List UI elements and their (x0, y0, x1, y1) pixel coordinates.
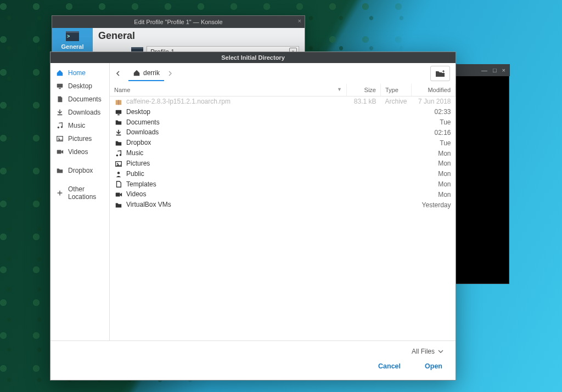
column-header-modified[interactable]: Modified (412, 84, 456, 96)
file-type (380, 138, 411, 148)
terminal-titlebar[interactable]: — □ × (455, 64, 510, 76)
file-size: 83.1 kB (346, 96, 380, 107)
edit-profile-content: General × (93, 28, 305, 53)
file-modified: Mon (412, 158, 456, 169)
edit-profile-title: Edit Profile "Profile 1" — Konsole (134, 19, 222, 25)
download-icon (115, 129, 122, 137)
new-folder-button[interactable] (430, 66, 450, 81)
file-name: Music (126, 149, 143, 157)
file-name: Documents (126, 118, 160, 126)
sidebar-item-label: Videos (68, 148, 88, 156)
column-header-name[interactable]: Name▼ (110, 84, 346, 96)
edit-profile-window: Edit Profile "Profile 1" — Konsole × Gen… (52, 15, 305, 54)
nav-back-button[interactable] (115, 71, 125, 76)
desktop-icon (56, 82, 64, 90)
sidebar-item-pictures[interactable]: Pictures (50, 132, 109, 145)
file-size (346, 200, 380, 210)
folder-icon (115, 118, 122, 126)
file-row[interactable]: Downloads02:16 (110, 127, 456, 138)
file-type (380, 200, 411, 210)
sidebar-item-documents[interactable]: Documents (50, 93, 109, 106)
person-icon (115, 171, 122, 178)
file-size (346, 189, 380, 200)
minimize-icon[interactable]: — (481, 67, 487, 73)
column-header-type[interactable]: Type (380, 84, 411, 96)
chevron-left-icon (115, 71, 121, 76)
file-name: Pictures (126, 160, 150, 167)
nav-forward-button[interactable] (167, 71, 176, 76)
sidebar-item-other-locations[interactable]: Other Locations (50, 183, 109, 203)
file-modified: 02:16 (412, 127, 456, 138)
column-header-size[interactable]: Size (346, 84, 380, 96)
edit-profile-tab-label: General (61, 43, 84, 50)
places-sidebar: HomeDesktopDocumentsDownloadsMusicPictur… (50, 63, 110, 340)
file-name: Videos (126, 190, 146, 198)
file-size (346, 169, 380, 179)
file-modified: Tue (412, 117, 456, 128)
file-size (346, 148, 380, 158)
file-row[interactable]: MusicMon (110, 148, 456, 158)
music-icon (115, 150, 122, 157)
svg-point-18 (117, 172, 120, 174)
file-row[interactable]: VirtualBox VMsYesterday (110, 200, 456, 210)
sidebar-item-downloads[interactable]: Downloads (50, 106, 109, 119)
file-chooser-dialog: Select Initial Directory HomeDesktopDocu… (50, 52, 456, 380)
music-icon (56, 122, 64, 129)
file-modified: Mon (412, 179, 456, 190)
file-modified: 02:33 (412, 107, 456, 117)
terminal-window[interactable]: — □ × (456, 76, 509, 284)
file-modified: Mon (412, 169, 456, 179)
folder-icon (56, 167, 64, 174)
file-row[interactable]: Desktop02:33 (110, 107, 456, 117)
column-headers: Name▼ Size Type Modified (110, 84, 456, 96)
sidebar-item-home[interactable]: Home (50, 66, 109, 79)
file-row[interactable]: PicturesMon (110, 158, 456, 169)
file-name: caffeine-2.8.3-lp151.2.1.noarch.rpm (126, 98, 231, 105)
template-icon (115, 180, 122, 188)
edit-profile-titlebar[interactable]: Edit Profile "Profile 1" — Konsole × (52, 16, 305, 28)
file-row[interactable]: DropboxTue (110, 138, 456, 148)
chevron-right-icon (167, 71, 173, 76)
maximize-icon[interactable]: □ (493, 67, 497, 73)
videos-icon (115, 191, 122, 198)
file-row[interactable]: VideosMon (110, 189, 456, 200)
file-name: VirtualBox VMs (126, 201, 171, 208)
file-type (380, 189, 411, 200)
filter-label: All Files (412, 348, 435, 355)
sidebar-item-label: Documents (68, 95, 102, 103)
sidebar-item-label: Dropbox (68, 167, 93, 174)
file-size (346, 158, 380, 169)
sidebar-item-music[interactable]: Music (50, 119, 109, 132)
videos-icon (56, 148, 64, 156)
svg-point-17 (117, 163, 118, 164)
file-row[interactable]: TemplatesMon (110, 179, 456, 190)
svg-rect-19 (116, 193, 120, 197)
file-row[interactable]: DocumentsTue (110, 117, 456, 128)
dialog-titlebar[interactable]: Select Initial Directory (50, 52, 456, 63)
path-segment-home[interactable]: derrik (128, 66, 164, 81)
svg-rect-13 (116, 135, 121, 136)
file-modified: Tue (412, 138, 456, 148)
file-type (380, 148, 411, 158)
svg-point-4 (61, 126, 63, 128)
edit-profile-close-icon[interactable]: × (298, 18, 301, 24)
file-type-filter[interactable]: All Files (408, 345, 447, 357)
file-size (346, 117, 380, 128)
edit-profile-heading: General (98, 30, 299, 42)
sidebar-item-desktop[interactable]: Desktop (50, 79, 109, 93)
open-button[interactable]: Open (420, 359, 447, 373)
sidebar-item-label: Home (68, 69, 86, 77)
sidebar-item-videos[interactable]: Videos (50, 145, 109, 158)
close-icon[interactable]: × (502, 67, 505, 73)
edit-profile-tab-general[interactable]: General (52, 28, 93, 53)
file-type (380, 107, 411, 117)
file-row[interactable]: PublicMon (110, 169, 456, 179)
sort-desc-icon: ▼ (337, 87, 342, 92)
folder-icon (115, 139, 122, 147)
new-folder-icon (435, 70, 445, 77)
cancel-button[interactable]: Cancel (374, 359, 405, 373)
file-modified: Mon (412, 189, 456, 200)
file-list[interactable]: Name▼ Size Type Modified caffeine-2.8.3-… (110, 84, 456, 340)
file-row[interactable]: caffeine-2.8.3-lp151.2.1.noarch.rpm83.1 … (110, 96, 456, 107)
sidebar-item-dropbox[interactable]: Dropbox (50, 164, 109, 177)
